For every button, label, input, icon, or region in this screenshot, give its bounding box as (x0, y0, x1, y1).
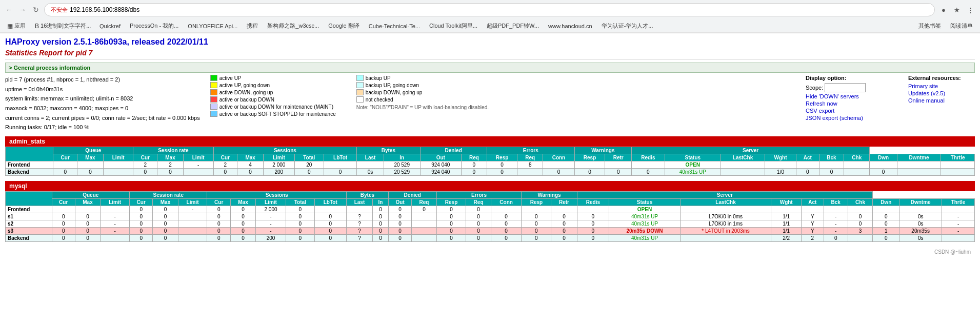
uptime-line: uptime = 0d 0h40m31s (5, 85, 200, 94)
bookmark-huawei[interactable]: 华为认证-华为人才... (598, 21, 656, 31)
external-resources: External resources: Primary site Updates… (908, 75, 975, 132)
more-icon[interactable]: ⋮ (965, 4, 976, 15)
admin-stats-name-bar: admin_stats (5, 136, 975, 147)
th-resp-e: Resp (574, 154, 605, 161)
bookmark-w3c[interactable]: 架构师之路_w3csc... (264, 21, 322, 31)
profile-icon[interactable]: ● (938, 4, 949, 15)
syslimits-line: system limits: memmax = unlimited; ulimi… (5, 94, 200, 104)
mysql-s1-label: s1 (6, 213, 52, 220)
mysql-s2-row: s2 00- 00 00-00? 00 0 000 00 40m31s UP L… (6, 220, 975, 228)
json-export-anchor[interactable]: JSON export (schema) (806, 115, 863, 121)
legend-area: active UP active UP, going down active D… (210, 75, 489, 132)
bookmark-onlyoffice[interactable]: ONLYOFFICE Api... (185, 22, 241, 30)
mysql-col-group-header-row: Queue Session rate Sessions Bytes Denied… (6, 192, 975, 199)
mysql-s3-lastchk: * L4TOUT in 2003ms (680, 228, 771, 235)
th-redis-w: Redis (632, 154, 665, 161)
admin-col-group-header-row: Queue Session rate Sessions Bytes Denied… (6, 147, 975, 154)
legend-active-down-going-up: active DOWN, going up (210, 89, 336, 95)
admin-stats-section: admin_stats Queue Session rate Sessions … (5, 136, 975, 176)
legend-lightcyan-box (356, 82, 364, 88)
hide-down-link: Hide 'DOWN' servers (806, 93, 898, 99)
bookmark-quickref[interactable]: Quickref (96, 22, 124, 30)
mysql-s3-row: s3 00- 00 00-00? 00 0 000 00 20m35s DOWN… (6, 228, 975, 235)
admin-frontend-status: OPEN (665, 161, 721, 169)
th-bck: Bck (819, 154, 844, 161)
back-button[interactable]: ← (4, 5, 14, 15)
bookmark-other[interactable]: 其他书签 (915, 21, 944, 31)
current-conns-line: current conns = 2; current pipes = 0/0; … (5, 113, 200, 123)
th-out-b: Out (420, 154, 462, 161)
th-total-s: Total (294, 154, 324, 161)
bookmark-google-translate[interactable]: Google 翻译 (325, 21, 363, 31)
bookmark-cube[interactable]: Cube-Technical-Te... (366, 22, 423, 30)
th-last-s: Last (357, 154, 384, 161)
th-limit-sr: Limit (183, 154, 213, 161)
th-limit-s: Limit (263, 154, 294, 161)
th-dwn: Dwn (870, 154, 897, 161)
mysql-backend-status: 40m31s UP (609, 235, 681, 242)
legend-blue-box (210, 111, 217, 117)
address-bar[interactable]: 不安全 192.168.56.100:8888/dbs (44, 3, 935, 16)
legend-yellow-box (210, 82, 217, 88)
updates-anchor[interactable]: Updates (v2.5) (908, 90, 945, 96)
admin-stats-table: Queue Session rate Sessions Bytes Denied… (5, 147, 975, 176)
th-bytes: Bytes (357, 147, 420, 154)
display-options-title: Display option: (806, 75, 898, 81)
th-warnings: Warnings (574, 147, 631, 154)
legend-active-up-going-down: active UP, going down (210, 82, 336, 88)
legend-backup-up-going-down: backup UP, going down (356, 82, 489, 88)
admin-backend-status: 40m31s UP (665, 169, 721, 176)
th-max-q: Max (77, 154, 104, 161)
footer: CSDN @~liuhm (5, 247, 975, 257)
th-limit-q: Limit (103, 154, 133, 161)
th-conn-e: Conn (543, 154, 575, 161)
th-session-rate-m: Session rate (130, 192, 207, 199)
bookmark-pdf[interactable]: 超级PDF_PDF转W... (484, 21, 542, 31)
legend-red-box (210, 96, 217, 103)
primary-site-anchor[interactable]: Primary site (908, 83, 938, 89)
legend-backup-down-going-up: backup DOWN, going up (356, 89, 489, 95)
th-denied: Denied (420, 147, 487, 154)
bookmark-cloud-toolkit[interactable]: Cloud Toolkit阿里... (426, 21, 481, 31)
th-retr-w: Retr (605, 154, 632, 161)
mysql-backend-row: Backend 00 00 0020000? 00 0 000 00 40m31… (6, 235, 975, 242)
bookmark-processon[interactable]: ProcessOn - 我的... (127, 21, 182, 31)
bookmark-hancloud[interactable]: www.hancloud.cn (545, 22, 595, 30)
th-act: Act (796, 154, 819, 161)
legend-purple-box (210, 104, 217, 110)
bookmark-apps[interactable]: ▦ 应用 (4, 21, 29, 31)
json-export-link: JSON export (schema) (806, 115, 898, 121)
th-status: Status (665, 154, 721, 161)
csv-export-anchor[interactable]: CSV export (806, 108, 834, 114)
legend-white-box (356, 96, 364, 103)
ext-resources-title: External resources: (908, 75, 975, 81)
bookmark-ctrip[interactable]: 携程 (244, 21, 261, 31)
bookmark-hex[interactable]: B 16进制到文字字符... (32, 21, 93, 31)
th-sessions-m: Sessions (207, 192, 346, 199)
mysql-frontend-status: OPEN (609, 206, 681, 213)
th-denied-m: Denied (388, 192, 436, 199)
running-tasks-line: Running tasks: 0/17; idle = 100 % (5, 123, 200, 132)
refresh-now-anchor[interactable]: Refresh now (806, 100, 837, 107)
th-req-e: Req (517, 154, 543, 161)
general-process-section-header[interactable]: > General process information (5, 63, 975, 73)
primary-site-link: Primary site (908, 83, 975, 89)
th-wght: Wght (765, 154, 796, 161)
reload-button[interactable]: ↻ (31, 5, 41, 15)
online-manual-anchor[interactable]: Online manual (908, 97, 945, 104)
csv-export-link: CSV export (806, 108, 898, 114)
pid-line: pid = 7 (process #1, nbproc = 1, nbthrea… (5, 75, 200, 85)
forward-button[interactable]: → (17, 5, 28, 15)
process-info: pid = 7 (process #1, nbproc = 1, nbthrea… (5, 75, 200, 132)
hide-down-anchor[interactable]: Hide 'DOWN' servers (806, 93, 859, 99)
mysql-s1-status: 40m31s UP (609, 213, 681, 220)
scope-option: Scope: (806, 83, 898, 92)
bookmark-readlist[interactable]: 阅读清单 (947, 21, 976, 31)
info-legend-row: pid = 7 (process #1, nbproc = 1, nbthrea… (5, 75, 975, 132)
scope-input[interactable] (825, 83, 866, 92)
bookmark-icon[interactable]: ★ (951, 4, 963, 15)
page-content: HAProxy version 2.5.1-86b093a, released … (0, 33, 980, 261)
legend-cyan-box (356, 75, 364, 81)
online-manual-link: Online manual (908, 97, 975, 104)
url-text: 192.168.56.100:8888/dbs (70, 6, 928, 13)
